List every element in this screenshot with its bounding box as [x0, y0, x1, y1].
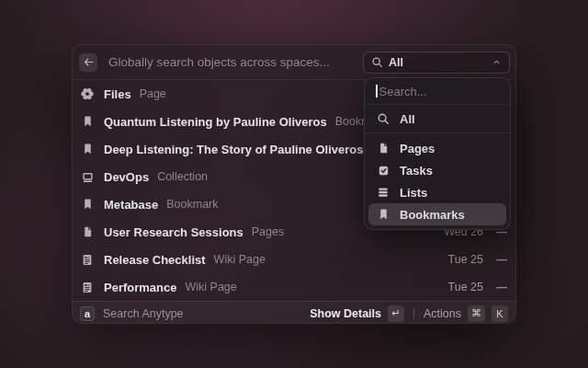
arrow-left-icon	[83, 56, 95, 68]
magnifier-icon	[371, 56, 383, 68]
k-key-icon: K	[492, 305, 508, 322]
bookmark-icon	[80, 143, 95, 155]
result-type: Collection	[157, 170, 208, 183]
dropdown-option-pages[interactable]: Pages	[368, 137, 506, 159]
result-date: Tue 25	[448, 281, 483, 293]
search-bar: Globally search objects across spaces...…	[73, 45, 515, 80]
type-filter-dropdown: Search... All Pages Tasks Lists	[364, 77, 511, 230]
result-title: Files	[104, 87, 131, 101]
show-details-action[interactable]: Show Details ↵	[310, 305, 404, 322]
global-search-input[interactable]: Globally search objects across spaces...	[108, 55, 363, 69]
result-row-performance[interactable]: Performance Wiki Page Tue 25 —	[73, 273, 515, 301]
result-title: Metabase	[104, 198, 158, 212]
anytype-logo-icon: a	[80, 306, 95, 321]
result-empty-value: —	[496, 253, 506, 266]
bookmark-icon	[80, 198, 95, 211]
app-label: Search Anytype	[103, 307, 310, 320]
dropdown-type-group: Pages Tasks Lists Bookmarks	[365, 133, 510, 229]
dropdown-search-input[interactable]: Search...	[365, 78, 510, 105]
result-type: Wiki Page	[214, 253, 266, 266]
option-label: Tasks	[400, 164, 433, 178]
result-title: DevOps	[104, 170, 149, 184]
page-icon	[80, 225, 95, 238]
back-button[interactable]	[79, 53, 97, 72]
result-row-release-checklist[interactable]: Release Checklist Wiki Page Tue 25 —	[73, 246, 515, 273]
bookmark-icon	[80, 115, 95, 128]
dropdown-search-placeholder: Search...	[379, 85, 427, 98]
text-caret	[376, 85, 378, 98]
enter-key-icon: ↵	[388, 305, 404, 322]
result-type: Bookmark	[166, 198, 218, 211]
footer-bar: a Search Anytype Show Details ↵ Actions …	[73, 301, 515, 324]
dropdown-option-all[interactable]: All	[365, 105, 510, 132]
result-title: User Research Sessions	[104, 225, 243, 239]
result-type: Page	[140, 87, 166, 100]
dropdown-option-lists[interactable]: Lists	[368, 181, 506, 203]
page-icon	[376, 142, 390, 155]
option-label: Lists	[400, 186, 427, 200]
cmd-key-icon: ⌘	[468, 305, 485, 322]
option-label: All	[400, 112, 415, 126]
collection-icon	[80, 170, 95, 184]
layers-icon	[376, 186, 390, 199]
result-empty-value: —	[496, 281, 506, 293]
chevron-up-icon	[492, 57, 502, 67]
bookmark-icon	[376, 208, 390, 221]
result-type: Pages	[252, 225, 284, 238]
wiki-page-icon	[80, 281, 95, 294]
result-title: Performance	[104, 281, 176, 294]
result-title: Quantum Listening by Pauline Oliveros	[104, 115, 327, 129]
result-title: Deep Listening: The Story of Pauline Oli…	[104, 143, 363, 156]
actions-label: Actions	[424, 307, 461, 320]
result-type: Wiki Page	[185, 281, 236, 293]
result-date: Tue 25	[448, 253, 483, 266]
wiki-page-icon	[80, 253, 95, 267]
magnifier-icon	[376, 112, 390, 125]
dropdown-option-tasks[interactable]: Tasks	[368, 159, 506, 181]
dropdown-option-bookmarks[interactable]: Bookmarks	[368, 203, 506, 225]
actions-action[interactable]: Actions ⌘ K	[424, 305, 508, 322]
type-filter-value: All	[389, 56, 492, 69]
task-icon	[376, 165, 390, 177]
option-label: Bookmarks	[400, 208, 465, 222]
type-filter-select[interactable]: All	[363, 52, 510, 74]
footer-divider	[413, 308, 414, 319]
flower-icon	[80, 86, 95, 101]
option-label: Pages	[400, 142, 435, 155]
show-details-label: Show Details	[310, 307, 381, 320]
result-title: Release Checklist	[104, 253, 206, 267]
